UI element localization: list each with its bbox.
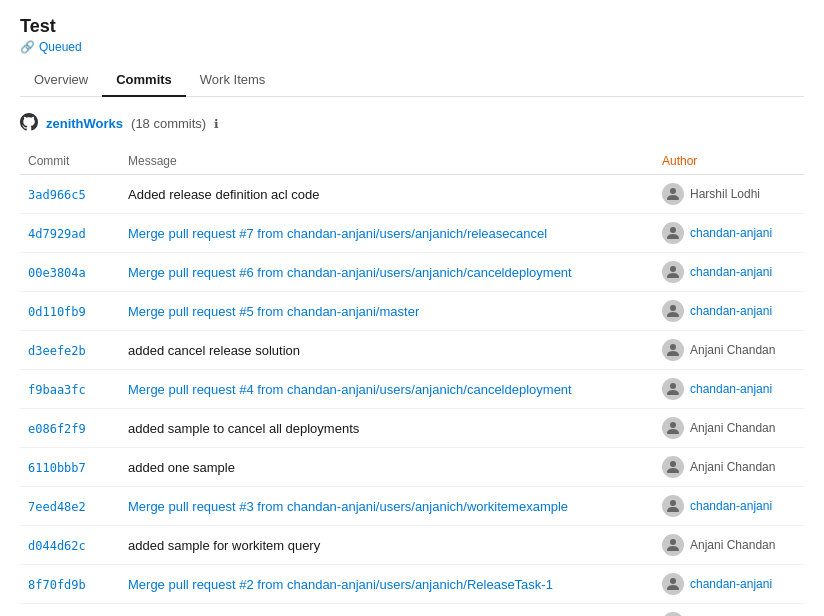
avatar [662, 261, 684, 283]
author-name[interactable]: chandan-anjani [690, 577, 772, 591]
table-row: 7eed48e2Merge pull request #3 from chand… [20, 487, 804, 526]
author-name: Anjani Chandan [690, 538, 775, 552]
col-header-commit: Commit [20, 148, 120, 175]
commit-hash[interactable]: 7eed48e2 [28, 500, 86, 514]
status-badge: 🔗 Queued [20, 40, 82, 54]
avatar [662, 300, 684, 322]
commit-message: added sample for workitem query [128, 538, 320, 553]
commit-hash[interactable]: f9baa3fc [28, 383, 86, 397]
avatar [662, 534, 684, 556]
repo-name[interactable]: zenithWorks [46, 116, 123, 131]
commit-hash[interactable]: 00e3804a [28, 266, 86, 280]
commit-message[interactable]: Merge pull request #4 from chandan-anjan… [128, 382, 572, 397]
author-name: Anjani Chandan [690, 343, 775, 357]
table-row: a98ee510Added sample for ReleaseTaskAnja… [20, 604, 804, 617]
author-cell: chandan-anjani [662, 261, 796, 283]
commit-hash[interactable]: 4d7929ad [28, 227, 86, 241]
author-name[interactable]: chandan-anjani [690, 382, 772, 396]
commit-message[interactable]: Merge pull request #6 from chandan-anjan… [128, 265, 572, 280]
commit-hash[interactable]: 6110bbb7 [28, 461, 86, 475]
author-cell: chandan-anjani [662, 573, 796, 595]
commit-message: added cancel release solution [128, 343, 300, 358]
table-row: 00e3804aMerge pull request #6 from chand… [20, 253, 804, 292]
author-cell: Anjani Chandan [662, 417, 796, 439]
repo-header: zenithWorks (18 commits) ℹ [20, 113, 804, 134]
avatar [662, 456, 684, 478]
table-row: 8f70fd9bMerge pull request #2 from chand… [20, 565, 804, 604]
author-cell: Anjani Chandan [662, 456, 796, 478]
author-cell: Anjani Chandan [662, 534, 796, 556]
author-cell: chandan-anjani [662, 495, 796, 517]
commit-hash[interactable]: 0d110fb9 [28, 305, 86, 319]
avatar [662, 612, 684, 616]
status-label: Queued [39, 40, 82, 54]
avatar [662, 183, 684, 205]
avatar [662, 339, 684, 361]
table-row: 6110bbb7added one sampleAnjani Chandan [20, 448, 804, 487]
author-name: Anjani Chandan [690, 460, 775, 474]
commit-hash[interactable]: 8f70fd9b [28, 578, 86, 592]
commit-message: added one sample [128, 460, 235, 475]
tab-workitems[interactable]: Work Items [186, 64, 280, 97]
table-row: 4d7929adMerge pull request #7 from chand… [20, 214, 804, 253]
tab-bar: Overview Commits Work Items [20, 64, 804, 97]
avatar [662, 378, 684, 400]
tab-commits[interactable]: Commits [102, 64, 186, 97]
author-cell: chandan-anjani [662, 300, 796, 322]
avatar [662, 573, 684, 595]
author-cell: Anjani Chandan [662, 339, 796, 361]
table-row: 3ad966c5Added release definition acl cod… [20, 175, 804, 214]
author-name[interactable]: chandan-anjani [690, 499, 772, 513]
table-row: f9baa3fcMerge pull request #4 from chand… [20, 370, 804, 409]
table-row: e086f2f9added sample to cancel all deplo… [20, 409, 804, 448]
author-name: Anjani Chandan [690, 421, 775, 435]
page-title: Test [20, 16, 804, 37]
table-row: d3eefe2badded cancel release solutionAnj… [20, 331, 804, 370]
col-header-author: Author [654, 148, 804, 175]
table-row: d044d62cadded sample for workitem queryA… [20, 526, 804, 565]
info-icon[interactable]: ℹ [214, 117, 219, 131]
author-cell: chandan-anjani [662, 222, 796, 244]
commits-table: Commit Message Author 3ad966c5Added rele… [20, 148, 804, 616]
commit-message: Added release definition acl code [128, 187, 320, 202]
commit-message[interactable]: Merge pull request #3 from chandan-anjan… [128, 499, 568, 514]
commit-message[interactable]: Merge pull request #5 from chandan-anjan… [128, 304, 419, 319]
commit-hash[interactable]: d3eefe2b [28, 344, 86, 358]
avatar [662, 495, 684, 517]
commit-hash[interactable]: d044d62c [28, 539, 86, 553]
col-header-message: Message [120, 148, 654, 175]
repo-commits-count: (18 commits) [131, 116, 206, 131]
github-icon [20, 113, 38, 134]
author-name[interactable]: chandan-anjani [690, 226, 772, 240]
commit-message: added sample to cancel all deployments [128, 421, 359, 436]
tab-overview[interactable]: Overview [20, 64, 102, 97]
author-name[interactable]: chandan-anjani [690, 265, 772, 279]
commit-message[interactable]: Merge pull request #2 from chandan-anjan… [128, 577, 553, 592]
commit-hash[interactable]: e086f2f9 [28, 422, 86, 436]
author-cell: Anjani Chandan [662, 612, 796, 616]
commit-message[interactable]: Merge pull request #7 from chandan-anjan… [128, 226, 547, 241]
table-row: 0d110fb9Merge pull request #5 from chand… [20, 292, 804, 331]
queued-icon: 🔗 [20, 40, 35, 54]
author-cell: chandan-anjani [662, 378, 796, 400]
avatar [662, 222, 684, 244]
author-name[interactable]: chandan-anjani [690, 304, 772, 318]
commit-hash[interactable]: 3ad966c5 [28, 188, 86, 202]
author-cell: Harshil Lodhi [662, 183, 796, 205]
author-name: Harshil Lodhi [690, 187, 760, 201]
avatar [662, 417, 684, 439]
